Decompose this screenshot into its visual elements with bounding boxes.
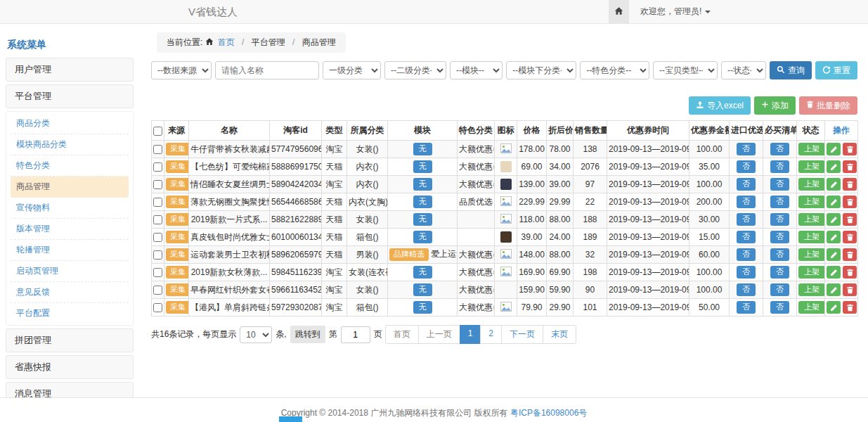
- sidebar-subitem[interactable]: 宣传物料: [11, 198, 129, 219]
- import-select-toggle[interactable]: 否: [737, 213, 756, 226]
- import-select-toggle[interactable]: 否: [737, 301, 756, 314]
- sidebar-subitem[interactable]: 启动页管理: [11, 261, 129, 282]
- module-select[interactable]: --模块--: [450, 61, 503, 79]
- row-checkbox[interactable]: [153, 268, 162, 277]
- status-toggle[interactable]: 上架: [798, 301, 825, 314]
- user-menu[interactable]: 欢迎您，管理员!: [640, 6, 711, 18]
- row-checkbox[interactable]: [153, 145, 162, 154]
- delete-button[interactable]: [843, 196, 857, 208]
- status-toggle[interactable]: 上架: [798, 266, 825, 279]
- import-select-toggle[interactable]: 否: [737, 283, 756, 296]
- must-buy-toggle[interactable]: 否: [770, 283, 789, 296]
- edit-button[interactable]: [827, 143, 841, 155]
- query-button[interactable]: 查询: [770, 61, 812, 79]
- import-select-toggle[interactable]: 否: [737, 160, 756, 173]
- import-select-toggle[interactable]: 否: [737, 231, 756, 243]
- row-checkbox[interactable]: [153, 286, 162, 295]
- delete-button[interactable]: [843, 160, 857, 173]
- delete-button[interactable]: [843, 213, 857, 226]
- status-toggle[interactable]: 上架: [798, 231, 825, 243]
- row-checkbox[interactable]: [153, 233, 162, 242]
- edit-button[interactable]: [827, 160, 841, 173]
- edit-button[interactable]: [827, 301, 841, 314]
- edit-button[interactable]: [827, 266, 841, 279]
- name-input[interactable]: [215, 61, 319, 79]
- breadcrumb-home-link[interactable]: 首页: [218, 37, 235, 47]
- sidebar-section[interactable]: 平台管理: [6, 84, 134, 108]
- must-buy-toggle[interactable]: 否: [770, 248, 789, 261]
- batch-delete-button[interactable]: 批量删除: [799, 96, 857, 115]
- page-button[interactable]: 上一页: [418, 325, 460, 344]
- edit-button[interactable]: [827, 178, 841, 191]
- status-toggle[interactable]: 上架: [798, 143, 825, 155]
- sidebar-section[interactable]: 拼团管理: [6, 328, 134, 352]
- must-buy-toggle[interactable]: 否: [770, 301, 789, 314]
- status-select[interactable]: --状态--: [721, 61, 766, 79]
- sidebar-subitem[interactable]: 模块商品分类: [11, 134, 129, 155]
- import-select-toggle[interactable]: 否: [737, 196, 756, 208]
- must-buy-toggle[interactable]: 否: [770, 213, 789, 226]
- row-checkbox[interactable]: [153, 303, 162, 312]
- edit-button[interactable]: [827, 196, 841, 208]
- home-button[interactable]: [609, 0, 629, 23]
- row-checkbox[interactable]: [153, 215, 162, 224]
- page-button[interactable]: 末页: [543, 325, 576, 344]
- must-buy-toggle[interactable]: 否: [770, 160, 789, 173]
- sidebar-subitem[interactable]: 商品管理: [11, 177, 129, 198]
- sidebar-subitem[interactable]: 意见反馈: [11, 282, 129, 303]
- item-type-select[interactable]: --宝贝类型--: [653, 61, 718, 79]
- edit-button[interactable]: [827, 248, 841, 261]
- page-size-select[interactable]: 10: [240, 326, 272, 343]
- page-button[interactable]: 首页: [385, 325, 419, 344]
- module-subcategory-select[interactable]: --模块下分类--: [506, 61, 576, 79]
- import-select-toggle[interactable]: 否: [737, 266, 756, 279]
- import-select-toggle[interactable]: 否: [737, 143, 756, 155]
- must-buy-toggle[interactable]: 否: [770, 196, 789, 208]
- status-toggle[interactable]: 上架: [798, 160, 825, 173]
- add-button[interactable]: 添加: [754, 96, 796, 115]
- import-select-toggle[interactable]: 否: [737, 248, 756, 261]
- edit-button[interactable]: [827, 283, 841, 296]
- jump-to-button[interactable]: 跳转到: [290, 326, 325, 343]
- sidebar-subitem[interactable]: 特色分类: [11, 155, 129, 177]
- edit-button[interactable]: [827, 231, 841, 243]
- sidebar-section[interactable]: 省惠快报: [6, 355, 134, 379]
- must-buy-toggle[interactable]: 否: [770, 178, 789, 191]
- sidebar-subitem[interactable]: 商品分类: [11, 113, 129, 134]
- data-source-select[interactable]: --数据来源--: [151, 61, 212, 79]
- status-toggle[interactable]: 上架: [798, 248, 825, 261]
- page-jump-input[interactable]: [341, 326, 370, 343]
- sidebar-subitem[interactable]: 轮播管理: [11, 240, 129, 261]
- page-button[interactable]: 下一页: [501, 325, 543, 344]
- must-buy-toggle[interactable]: 否: [770, 143, 789, 155]
- delete-button[interactable]: [843, 231, 857, 243]
- level1-category-select[interactable]: 一级分类: [323, 61, 381, 79]
- must-buy-toggle[interactable]: 否: [770, 266, 789, 279]
- level2-category-select[interactable]: --二级分类--: [384, 61, 446, 79]
- reset-button[interactable]: 重置: [815, 61, 857, 79]
- page-button[interactable]: 1: [460, 325, 481, 344]
- edit-button[interactable]: [827, 213, 841, 226]
- delete-button[interactable]: [843, 301, 857, 314]
- row-checkbox[interactable]: [153, 198, 162, 207]
- page-button[interactable]: 2: [480, 325, 502, 344]
- status-toggle[interactable]: 上架: [798, 283, 825, 296]
- import-excel-button[interactable]: 导入excel: [689, 96, 751, 115]
- row-checkbox[interactable]: [153, 162, 162, 172]
- delete-button[interactable]: [843, 266, 857, 279]
- delete-button[interactable]: [843, 178, 857, 191]
- icp-link[interactable]: 粤ICP备16098006号: [510, 408, 587, 418]
- sidebar-section[interactable]: 用户管理: [6, 58, 134, 82]
- import-select-toggle[interactable]: 否: [737, 178, 756, 191]
- feature-category-select[interactable]: --特色分类--: [580, 61, 649, 79]
- status-toggle[interactable]: 上架: [798, 196, 825, 208]
- delete-button[interactable]: [843, 143, 857, 155]
- must-buy-toggle[interactable]: 否: [770, 231, 789, 243]
- sidebar-subitem[interactable]: 版本管理: [11, 219, 129, 240]
- row-checkbox[interactable]: [153, 250, 162, 260]
- sidebar-subitem[interactable]: 平台配置: [11, 303, 129, 324]
- delete-button[interactable]: [843, 283, 857, 296]
- delete-button[interactable]: [843, 248, 857, 261]
- status-toggle[interactable]: 上架: [798, 178, 825, 191]
- row-checkbox[interactable]: [153, 180, 162, 189]
